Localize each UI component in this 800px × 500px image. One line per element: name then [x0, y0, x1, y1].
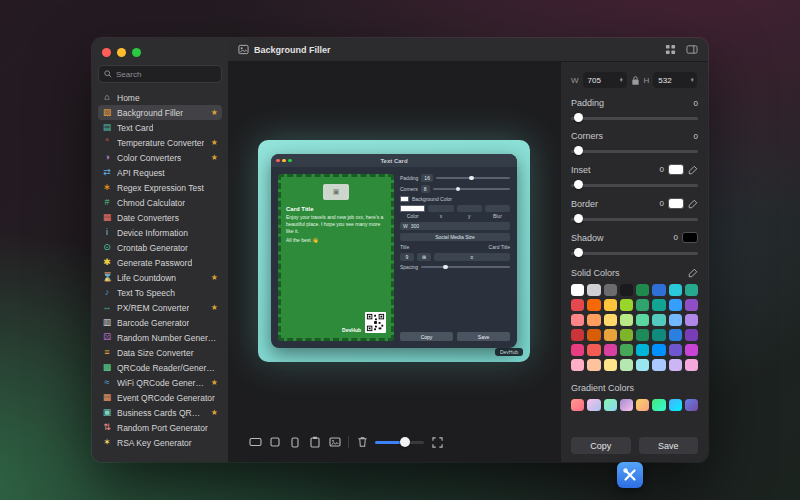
sidebar-item-text-card[interactable]: ▤ Text Card ★ [98, 120, 222, 135]
color-swatch[interactable] [604, 284, 617, 296]
frame-wide-icon[interactable] [248, 435, 262, 449]
color-swatch[interactable] [652, 344, 665, 356]
sidebar-item-crontab-generator[interactable]: ⊙ Crontab Generator ★ [98, 240, 222, 255]
window-titlebar[interactable]: Background Filler [228, 38, 708, 62]
color-swatch[interactable] [620, 314, 633, 326]
color-swatch[interactable] [636, 284, 649, 296]
color-swatch[interactable] [669, 359, 682, 371]
sidebar-item-background-filler[interactable]: ▨ Background Filler ★ [98, 105, 222, 120]
color-swatch[interactable] [669, 299, 682, 311]
sidebar-item-wifi-qrcode-generator[interactable]: ≈ WiFi QRCode Generator ★ [98, 375, 222, 390]
sidebar-item-text-to-speech[interactable]: ♪ Text To Speech ★ [98, 285, 222, 300]
border-color-swatch[interactable] [668, 198, 684, 209]
gradient-swatch[interactable] [669, 399, 682, 411]
shadow-color-swatch[interactable] [682, 232, 698, 243]
sidebar-item-generate-password[interactable]: ✱ Generate Password ★ [98, 255, 222, 270]
gallery-icon[interactable] [665, 44, 676, 55]
close-button[interactable] [102, 48, 111, 57]
color-swatch[interactable] [685, 299, 698, 311]
color-swatch[interactable] [620, 359, 633, 371]
preview-bg-color-swatch[interactable] [400, 196, 409, 202]
inset-slider[interactable] [571, 181, 698, 190]
color-swatch[interactable] [636, 359, 649, 371]
preview-padding-stepper[interactable]: 16 [421, 174, 433, 182]
preview-spacing-slider[interactable] [421, 266, 510, 268]
sidebar-item-event-qrcode-generator[interactable]: ▦ Event QRCode Generator ★ [98, 390, 222, 405]
sidebar-item-api-request[interactable]: ⇄ API Request ★ [98, 165, 222, 180]
height-stepper[interactable]: ▲▼ [690, 78, 694, 83]
gradient-swatch[interactable] [636, 399, 649, 411]
frame-square-icon[interactable] [268, 435, 282, 449]
color-swatch[interactable] [685, 344, 698, 356]
shadow-slider[interactable] [571, 249, 698, 258]
minimize-button[interactable] [117, 48, 126, 57]
color-picker-eyedropper-icon[interactable] [688, 268, 698, 278]
color-swatch[interactable] [685, 359, 698, 371]
sidebar-item-date-converters[interactable]: ▦ Date Converters ★ [98, 210, 222, 225]
color-swatch[interactable] [587, 284, 600, 296]
sidebar-item-barcode-generator[interactable]: ▥ Barcode Generator ★ [98, 315, 222, 330]
width-input[interactable]: 705 ▲▼ [583, 72, 627, 88]
color-swatch[interactable] [669, 329, 682, 341]
color-swatch[interactable] [587, 314, 600, 326]
color-swatch[interactable] [685, 329, 698, 341]
preview-corners-stepper[interactable]: 8 [421, 185, 430, 193]
color-swatch[interactable] [604, 344, 617, 356]
color-swatch[interactable] [620, 329, 633, 341]
height-input[interactable]: 532 ▲▼ [653, 72, 697, 88]
sidebar-item-chmod-calculator[interactable]: # Chmod Calculator ★ [98, 195, 222, 210]
color-swatch[interactable] [604, 359, 617, 371]
sidebar-item-data-size-converter[interactable]: ≡ Data Size Converter ★ [98, 345, 222, 360]
preview-padding-slider[interactable] [436, 177, 510, 179]
color-swatch[interactable] [685, 314, 698, 326]
fit-to-screen-icon[interactable] [430, 435, 444, 449]
color-swatch[interactable] [587, 344, 600, 356]
color-swatch[interactable] [652, 284, 665, 296]
frame-tall-icon[interactable] [288, 435, 302, 449]
color-swatch[interactable] [636, 314, 649, 326]
sidebar-item-life-countdown[interactable]: ⌛ Life Countdown ★ [98, 270, 222, 285]
save-button[interactable]: Save [639, 437, 699, 454]
toolbox-app-icon[interactable] [617, 462, 643, 488]
sidebar-item-px-rem-converter[interactable]: ↔ PX/REM Converter ★ [98, 300, 222, 315]
gradient-swatch[interactable] [604, 399, 617, 411]
color-swatch[interactable] [587, 329, 600, 341]
gradient-swatch[interactable] [620, 399, 633, 411]
gradient-swatch[interactable] [587, 399, 600, 411]
color-swatch[interactable] [571, 314, 584, 326]
width-stepper[interactable]: ▲▼ [619, 78, 623, 83]
color-swatch[interactable] [652, 314, 665, 326]
color-swatch[interactable] [685, 284, 698, 296]
padding-slider[interactable] [571, 114, 698, 123]
color-swatch[interactable] [636, 344, 649, 356]
sidebar-item-temperature-converter[interactable]: ° Temperature Converter ★ [98, 135, 222, 150]
color-swatch[interactable] [669, 284, 682, 296]
color-swatch[interactable] [604, 299, 617, 311]
sidebar-item-color-converters[interactable]: ◑ Color Converters ★ [98, 150, 222, 165]
color-swatch[interactable] [620, 344, 633, 356]
color-swatch[interactable] [571, 344, 584, 356]
color-swatch[interactable] [669, 344, 682, 356]
sidebar-item-device-information[interactable]: i Device Information ★ [98, 225, 222, 240]
border-eyedropper-icon[interactable] [688, 199, 698, 209]
color-swatch[interactable] [604, 329, 617, 341]
gradient-swatch[interactable] [685, 399, 698, 411]
color-swatch[interactable] [652, 299, 665, 311]
color-swatch[interactable] [571, 284, 584, 296]
color-swatch[interactable] [636, 329, 649, 341]
inset-eyedropper-icon[interactable] [688, 165, 698, 175]
sidebar-toggle-icon[interactable] [686, 44, 698, 55]
color-swatch[interactable] [620, 284, 633, 296]
preview-corners-slider[interactable] [433, 188, 510, 190]
copy-button[interactable]: Copy [571, 437, 631, 454]
inset-color-swatch[interactable] [668, 164, 684, 175]
sidebar-item-rsa-key-generator[interactable]: ✶ RSA Key Generator ★ [98, 435, 222, 450]
preview-width-input[interactable]: W300 [400, 222, 510, 230]
color-swatch[interactable] [571, 329, 584, 341]
trash-icon[interactable] [355, 435, 369, 449]
color-swatch[interactable] [587, 299, 600, 311]
color-swatch[interactable] [636, 299, 649, 311]
preview-stage[interactable]: Text Card ▣ Card Title Enjoy your travel… [258, 140, 530, 362]
sidebar-item-qrcode-reader-generator[interactable]: ▩ QRCode Reader/Generator ★ [98, 360, 222, 375]
sidebar-item-random-port-generator[interactable]: ⇅ Random Port Generator ★ [98, 420, 222, 435]
